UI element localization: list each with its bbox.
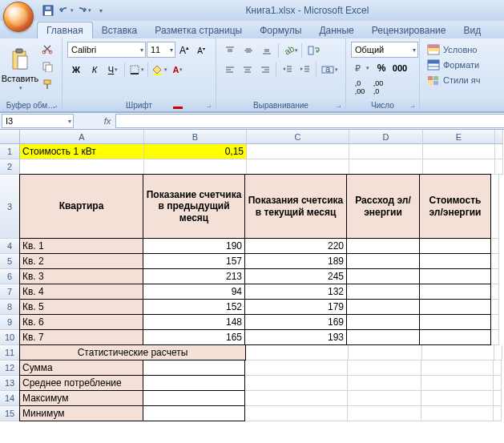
cell[interactable]: [346, 299, 420, 315]
cell[interactable]: 132: [244, 284, 347, 300]
decrease-indent-icon[interactable]: [279, 61, 296, 79]
cell[interactable]: Кв. 2: [19, 253, 143, 269]
bold-icon[interactable]: Ж: [67, 61, 85, 79]
cell[interactable]: Кв. 4: [19, 284, 143, 300]
fill-color-icon[interactable]: ▾: [151, 61, 168, 79]
save-icon[interactable]: [40, 2, 56, 18]
cell[interactable]: [346, 284, 420, 300]
cell[interactable]: 157: [143, 253, 245, 269]
font-name-combo[interactable]: Calibri: [67, 42, 146, 58]
row-header[interactable]: 2: [0, 159, 20, 175]
shrink-font-icon[interactable]: A▾: [193, 42, 209, 59]
row-header[interactable]: 8: [0, 300, 20, 315]
cell[interactable]: [349, 144, 423, 159]
cell[interactable]: [143, 360, 245, 376]
tab-layout[interactable]: Разметка страницы: [146, 22, 251, 38]
select-all-corner[interactable]: [0, 130, 20, 144]
formula-input[interactable]: [115, 114, 504, 128]
office-button[interactable]: [3, 2, 34, 32]
cell[interactable]: Показание счетчика в предыдущий месяц: [143, 174, 245, 239]
row-header[interactable]: 13: [0, 376, 20, 391]
cell[interactable]: [419, 314, 491, 330]
cell[interactable]: 179: [244, 299, 347, 315]
cell[interactable]: [423, 144, 495, 159]
cell[interactable]: 220: [244, 238, 347, 254]
underline-icon[interactable]: Ч▾: [104, 61, 122, 79]
cell[interactable]: [419, 268, 491, 284]
cell[interactable]: [419, 299, 491, 315]
format-painter-icon[interactable]: [38, 75, 56, 93]
col-header-d[interactable]: D: [349, 130, 423, 144]
col-header-e[interactable]: E: [423, 130, 495, 144]
grow-font-icon[interactable]: A▴: [176, 42, 192, 59]
cell[interactable]: 165: [143, 329, 245, 345]
cell[interactable]: [419, 284, 491, 300]
cell[interactable]: 148: [143, 314, 245, 330]
fx-icon[interactable]: fx: [99, 116, 115, 126]
increase-indent-icon[interactable]: [296, 61, 313, 79]
col-header-f[interactable]: [495, 130, 503, 144]
col-header-a[interactable]: A: [20, 130, 144, 144]
row-header[interactable]: 1: [0, 144, 20, 159]
row-header[interactable]: 5: [0, 254, 20, 269]
align-middle-icon[interactable]: [240, 42, 257, 59]
row-header[interactable]: 14: [0, 391, 20, 406]
cell[interactable]: Сумма: [19, 360, 143, 376]
cell[interactable]: [419, 238, 491, 254]
format-table-button[interactable]: Формати: [425, 58, 499, 71]
cell[interactable]: 193: [244, 329, 347, 345]
cell[interactable]: [419, 253, 491, 269]
cell[interactable]: 94: [143, 284, 245, 300]
tab-formulas[interactable]: Формулы: [251, 22, 310, 38]
cut-icon[interactable]: [38, 40, 56, 58]
cell[interactable]: [495, 144, 503, 159]
cell[interactable]: Среднее потребление: [19, 375, 143, 391]
redo-icon[interactable]: ▾: [75, 2, 91, 18]
cell[interactable]: [143, 375, 245, 391]
borders-icon[interactable]: ▾: [127, 61, 145, 79]
cell[interactable]: Кв. 5: [19, 299, 143, 315]
align-center-icon[interactable]: [239, 61, 256, 79]
row-header[interactable]: 15: [0, 406, 20, 421]
font-size-combo[interactable]: 11: [147, 42, 175, 58]
align-bottom-icon[interactable]: [258, 42, 276, 59]
cell[interactable]: [419, 329, 491, 345]
tab-view[interactable]: Вид: [454, 22, 490, 38]
spreadsheet-grid[interactable]: A B C D E 1 Стоимость 1 кВт 0,15 2 3 Ква…: [0, 130, 504, 421]
cell[interactable]: [247, 144, 349, 159]
row-header[interactable]: 4: [0, 239, 20, 254]
undo-icon[interactable]: ▾: [58, 2, 74, 18]
col-header-b[interactable]: B: [144, 130, 247, 144]
cell[interactable]: 169: [244, 314, 347, 330]
accounting-icon[interactable]: ₽▾: [351, 59, 372, 77]
name-box[interactable]: I3: [2, 114, 74, 128]
cell[interactable]: [346, 238, 420, 254]
cell[interactable]: 213: [143, 268, 245, 284]
cell[interactable]: Кв. 6: [19, 314, 143, 330]
cell-styles-button[interactable]: Стили яч: [425, 74, 499, 87]
cell[interactable]: Статистические расчеты: [19, 344, 246, 360]
cell[interactable]: Стоимость эл/энергии: [419, 174, 491, 239]
orientation-icon[interactable]: ab▾: [281, 42, 299, 59]
wrap-text-icon[interactable]: [304, 42, 324, 59]
tab-review[interactable]: Рецензирование: [363, 22, 455, 38]
row-header[interactable]: 11: [0, 345, 20, 360]
cell[interactable]: Рассход эл/энергии: [346, 174, 420, 239]
cell[interactable]: [346, 314, 420, 330]
increase-decimal-icon[interactable]: ,0,00: [351, 79, 369, 96]
paste-button[interactable]: Вставить ▾: [3, 40, 37, 99]
col-header-c[interactable]: C: [247, 130, 349, 144]
cell[interactable]: [143, 390, 245, 406]
cell[interactable]: [346, 329, 420, 345]
cell[interactable]: [143, 405, 245, 421]
cell[interactable]: Кв. 3: [19, 268, 143, 284]
row-header[interactable]: 10: [0, 330, 20, 345]
cell[interactable]: 245: [244, 268, 347, 284]
font-color-icon[interactable]: A▾: [169, 61, 187, 79]
tab-home[interactable]: Главная: [37, 22, 93, 38]
cell[interactable]: Кв. 7: [19, 329, 143, 345]
row-header[interactable]: 3: [0, 175, 20, 239]
cell[interactable]: 0,15: [144, 144, 247, 159]
number-format-combo[interactable]: Общий: [351, 42, 418, 58]
comma-icon[interactable]: 000: [391, 59, 409, 77]
